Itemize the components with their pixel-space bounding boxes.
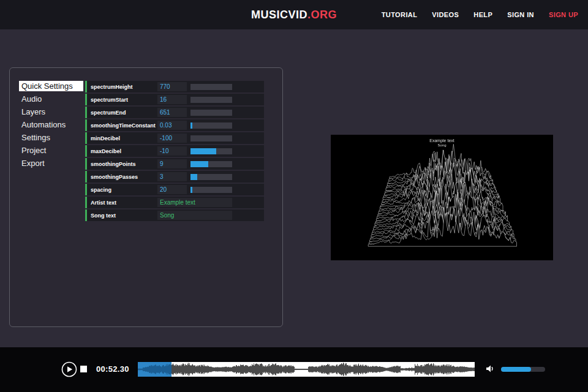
spectrum-visualization (331, 135, 553, 260)
setting-value-input[interactable]: 0.03 (157, 121, 187, 130)
sidebar-item-audio[interactable]: Audio (19, 94, 83, 104)
setting-label: minDecibel (91, 135, 157, 141)
setting-value-input[interactable]: -10 (157, 146, 187, 156)
setting-row: maxDecibel-10 (85, 145, 264, 157)
settings-sidebar: Quick Settings Audio Layers Automations … (19, 81, 83, 171)
setting-slider[interactable] (190, 148, 232, 154)
setting-slider[interactable] (190, 84, 232, 90)
brand-left: MUSICVID (251, 9, 307, 21)
slider-fill (190, 123, 192, 129)
sidebar-item-settings[interactable]: Settings (19, 132, 83, 143)
video-preview: Example text Song (331, 135, 553, 260)
quick-settings-panel: Quick Settings Audio Layers Automations … (9, 67, 283, 327)
setting-label: spectrumStart (91, 97, 157, 103)
nav-item-tutorial[interactable]: TUTORIAL (382, 11, 418, 18)
speaker-icon (485, 364, 495, 374)
setting-label: smoothingPoints (91, 161, 157, 167)
volume-fill (501, 367, 531, 372)
setting-row: Song textSong (85, 209, 264, 221)
slider-fill (190, 174, 197, 180)
settings-fields: spectrumHeight770spectrumStart16spectrum… (85, 81, 264, 222)
nav-item-signup[interactable]: SIGN UP (549, 11, 578, 18)
setting-value-input[interactable]: 20 (157, 185, 187, 194)
sidebar-item-automations[interactable]: Automations (19, 119, 83, 130)
setting-row: smoothingPoints9 (85, 158, 264, 170)
setting-slider[interactable] (190, 97, 232, 103)
volume-icon[interactable] (485, 364, 495, 376)
slider-fill (190, 148, 216, 154)
setting-label: Song text (91, 213, 157, 219)
setting-value-input[interactable]: 16 (157, 95, 187, 104)
setting-value-input[interactable]: Song (157, 211, 232, 220)
setting-label: spectrumHeight (91, 84, 157, 90)
nav-item-signin[interactable]: SIGN IN (507, 11, 534, 18)
nav-item-videos[interactable]: VIDEOS (432, 11, 459, 18)
setting-row: spacing20 (85, 184, 264, 195)
slider-fill (190, 161, 208, 167)
sidebar-item-project[interactable]: Project (19, 145, 83, 156)
volume-slider[interactable] (501, 367, 545, 372)
setting-row: minDecibel-100 (85, 132, 264, 144)
brand-right: .ORG (307, 9, 337, 21)
stop-button[interactable] (80, 366, 87, 372)
setting-row: spectrumEnd651 (85, 107, 264, 118)
sidebar-item-layers[interactable]: Layers (19, 107, 83, 117)
setting-slider[interactable] (190, 187, 232, 193)
nav-item-help[interactable]: HELP (473, 11, 492, 18)
setting-label: smoothingTimeConstant (91, 123, 157, 129)
setting-label: Artist text (91, 200, 157, 206)
slider-fill (190, 187, 192, 193)
setting-slider[interactable] (190, 161, 232, 167)
setting-value-input[interactable]: 3 (157, 172, 187, 181)
setting-slider[interactable] (190, 135, 232, 141)
setting-value-input[interactable]: 651 (157, 108, 187, 117)
play-button[interactable] (61, 361, 77, 377)
play-icon (61, 361, 77, 377)
brand-logo[interactable]: MUSICVID.ORG (251, 9, 337, 21)
top-navbar: MUSICVID.ORG TUTORIAL VIDEOS HELP SIGN I… (0, 0, 588, 29)
setting-label: smoothingPasses (91, 174, 157, 180)
sidebar-item-export[interactable]: Export (19, 158, 83, 168)
playback-time: 00:52.30 (96, 364, 129, 374)
setting-value-input[interactable]: 770 (157, 82, 187, 91)
setting-row: smoothingTimeConstant0.03 (85, 119, 264, 131)
setting-slider[interactable] (190, 123, 232, 129)
player-bar: 00:52.30 (0, 347, 588, 392)
setting-label: maxDecibel (91, 148, 157, 154)
setting-slider[interactable] (190, 174, 232, 180)
setting-value-input[interactable]: -100 (157, 134, 187, 143)
setting-label: spectrumEnd (91, 110, 157, 116)
setting-row: Artist textExample text (85, 197, 264, 208)
setting-row: smoothingPasses3 (85, 171, 264, 183)
setting-slider[interactable] (190, 110, 232, 116)
nav-links: TUTORIAL VIDEOS HELP SIGN IN SIGN UP (382, 0, 578, 29)
sidebar-item-quick-settings[interactable]: Quick Settings (19, 81, 83, 91)
setting-value-input[interactable]: 9 (157, 159, 187, 168)
setting-label: spacing (91, 187, 157, 193)
setting-row: spectrumStart16 (85, 94, 264, 105)
setting-row: spectrumHeight770 (85, 81, 264, 92)
waveform[interactable] (138, 362, 475, 377)
setting-value-input[interactable]: Example text (157, 198, 232, 207)
